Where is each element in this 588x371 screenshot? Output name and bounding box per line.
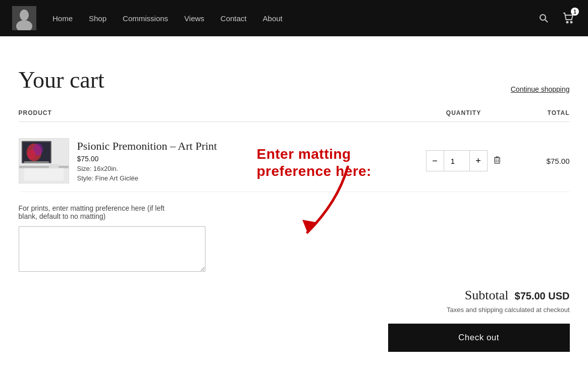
delete-item-button[interactable] [493,155,502,167]
svg-rect-13 [24,161,48,163]
cart-button[interactable]: 1 [561,11,576,26]
search-button[interactable] [537,11,551,25]
cart-header: Your cart Continue shopping [19,67,570,93]
svg-line-4 [545,20,548,22]
subtotal-row: Subtotal $75.00 USD [465,288,570,303]
subtotal-section: Subtotal $75.00 USD Taxes and shipping c… [19,288,570,352]
quantity-decrease-button[interactable]: − [426,150,444,171]
nav-link-commissions[interactable]: Commissions [123,14,168,23]
nav-icons: 1 [537,11,576,26]
svg-rect-18 [495,158,500,163]
matting-section: For prints, enter matting preference her… [19,192,570,272]
nav-link-views[interactable]: Views [184,14,204,23]
product-column: Psionic Premonition – Art Print $75.00 S… [19,138,257,183]
subtotal-label: Subtotal [465,288,509,303]
minus-icon: − [432,156,438,166]
site-logo[interactable] [12,6,36,30]
checkout-button[interactable]: Check out [388,324,570,352]
svg-rect-16 [48,164,59,168]
product-image [19,138,69,183]
column-quantity-label: QUANTITY [418,109,509,116]
cart-table-header: PRODUCT QUANTITY TOTAL [19,109,570,122]
quantity-input[interactable] [444,150,469,171]
item-total-price: $75.00 [509,157,570,165]
nav-links: Home Shop Commissions Views Contact Abou… [52,14,537,23]
taxes-note: Taxes and shipping calculated at checkou… [447,306,570,314]
product-details: Psionic Premonition – Art Print $75.00 S… [77,140,217,182]
svg-rect-14 [19,166,69,168]
cart-title: Your cart [19,67,104,93]
subtotal-value: $75.00 USD [515,290,570,302]
continue-shopping-button[interactable]: Continue shopping [511,85,570,93]
svg-point-1 [20,10,29,21]
svg-point-12 [27,149,35,159]
svg-point-3 [540,15,546,20]
matting-textarea[interactable] [19,226,205,272]
product-price: $75.00 [77,155,217,163]
product-name: Psionic Premonition – Art Print [77,140,217,153]
cart-wrapper: 1 [561,11,576,26]
svg-point-6 [571,22,572,23]
nav-link-contact[interactable]: Contact [221,14,247,23]
cart-row: Psionic Premonition – Art Print $75.00 S… [19,130,570,192]
annotation-area: Enter matting preference here: [257,142,418,179]
svg-rect-15 [24,168,63,181]
product-size: Size: 16x20in. [77,165,217,172]
matting-label: For prints, enter matting preference her… [19,204,180,220]
trash-icon [493,155,502,164]
navbar: Home Shop Commissions Views Contact Abou… [0,0,588,36]
svg-point-5 [567,22,568,23]
column-total-label: TOTAL [509,109,570,116]
nav-link-about[interactable]: About [263,14,283,23]
product-style: Style: Fine Art Giclée [77,174,217,182]
quantity-column: − + [418,150,509,171]
annotation-text: Enter matting preference here: [257,146,418,179]
column-product-label: PRODUCT [19,109,418,116]
nav-link-shop[interactable]: Shop [89,14,106,23]
plus-icon: + [475,156,481,166]
nav-link-home[interactable]: Home [52,14,73,23]
quantity-increase-button[interactable]: + [469,150,488,171]
cart-badge: 1 [571,8,579,16]
search-icon [539,13,549,23]
main-content: Your cart Continue shopping PRODUCT QUAN… [7,36,582,371]
